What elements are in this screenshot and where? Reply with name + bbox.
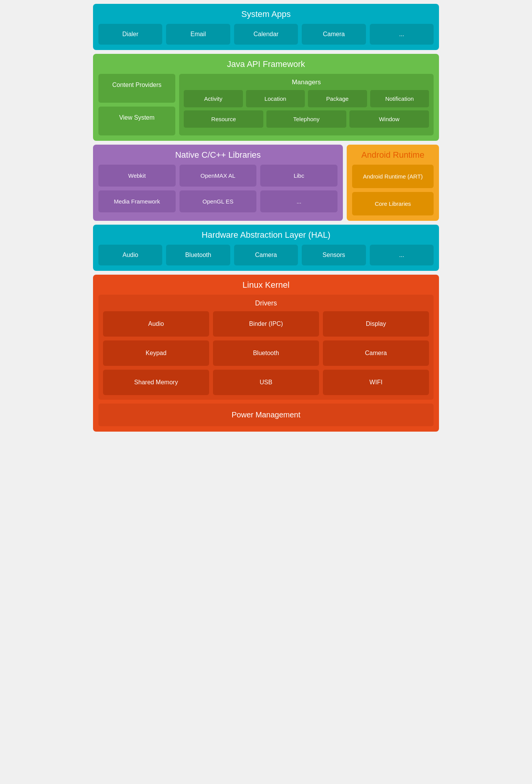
drivers-section: Drivers Audio Binder (IPC) Display Keypa… (98, 295, 434, 400)
hal-bluetooth: Bluetooth (166, 245, 230, 265)
manager-location: Location (246, 90, 305, 107)
content-providers-box: Content Providers (98, 74, 175, 103)
hal-title: Hardware Abstraction Layer (HAL) (98, 230, 434, 240)
driver-wifi: WIFI (323, 370, 429, 395)
java-api-layer: Java API Framework Content Providers Vie… (93, 54, 439, 141)
native-openmax: OpenMAX AL (180, 165, 257, 187)
drivers-grid: Audio Binder (IPC) Display Keypad Blueto… (103, 311, 429, 395)
hal-more: ... (370, 245, 434, 265)
manager-notification: Notification (370, 90, 429, 107)
middle-row: Native C/C++ Libraries Webkit OpenMAX AL… (93, 145, 439, 221)
app-camera: Camera (302, 24, 366, 45)
driver-sharedmemory: Shared Memory (103, 370, 209, 395)
native-libs-title: Native C/C++ Libraries (98, 150, 337, 160)
native-libs-layer: Native C/C++ Libraries Webkit OpenMAX AL… (93, 145, 343, 221)
power-management-box: Power Management (98, 404, 434, 426)
driver-camera: Camera (323, 340, 429, 366)
manager-activity: Activity (184, 90, 243, 107)
managers-row-2: Resource Telephony Window (184, 110, 429, 128)
managers-row-1: Activity Location Package Notification (184, 90, 429, 107)
manager-telephony: Telephony (266, 110, 346, 128)
native-media: Media Framework (98, 190, 176, 212)
android-runtime-layer: Android Runtime Android Runtime (ART) Co… (347, 145, 439, 221)
manager-resource: Resource (184, 110, 263, 128)
java-api-title: Java API Framework (98, 59, 434, 69)
native-opengl: OpenGL ES (180, 190, 257, 212)
linux-kernel-title: Linux Kernel (98, 280, 434, 290)
android-runtime-title: Android Runtime (352, 150, 434, 160)
hal-sensors: Sensors (302, 245, 366, 265)
linux-kernel-layer: Linux Kernel Drivers Audio Binder (IPC) … (93, 275, 439, 432)
app-calendar: Calendar (234, 24, 298, 45)
hal-camera: Camera (234, 245, 298, 265)
manager-window: Window (349, 110, 429, 128)
system-apps-layer: System Apps Dialer Email Calendar Camera… (93, 4, 439, 50)
native-libc: Libc (260, 165, 337, 187)
hal-layer: Hardware Abstraction Layer (HAL) Audio B… (93, 225, 439, 271)
driver-keypad: Keypad (103, 340, 209, 366)
view-system-box: View System (98, 107, 175, 135)
java-left: Content Providers View System (98, 74, 175, 135)
manager-package: Package (308, 90, 367, 107)
android-runtime-corelibs: Core Libraries (352, 192, 434, 215)
app-dialer: Dialer (98, 24, 162, 45)
android-runtime-art: Android Runtime (ART) (352, 165, 434, 188)
drivers-title: Drivers (103, 299, 429, 307)
java-content: Content Providers View System Managers A… (98, 74, 434, 135)
native-more: ... (260, 190, 337, 212)
native-webkit: Webkit (98, 165, 176, 187)
hal-audio: Audio (98, 245, 162, 265)
driver-display: Display (323, 311, 429, 337)
android-architecture-diagram: System Apps Dialer Email Calendar Camera… (93, 4, 439, 432)
native-grid: Webkit OpenMAX AL Libc Media Framework O… (98, 165, 337, 212)
app-email: Email (166, 24, 230, 45)
system-apps-title: System Apps (98, 9, 434, 19)
driver-usb: USB (213, 370, 319, 395)
driver-bluetooth: Bluetooth (213, 340, 319, 366)
managers-title: Managers (184, 78, 429, 86)
apps-row: Dialer Email Calendar Camera ... (98, 24, 434, 45)
managers-section: Managers Activity Location Package Notif… (179, 74, 434, 135)
driver-audio: Audio (103, 311, 209, 337)
app-more: ... (370, 24, 434, 45)
hal-row: Audio Bluetooth Camera Sensors ... (98, 245, 434, 265)
driver-binder: Binder (IPC) (213, 311, 319, 337)
